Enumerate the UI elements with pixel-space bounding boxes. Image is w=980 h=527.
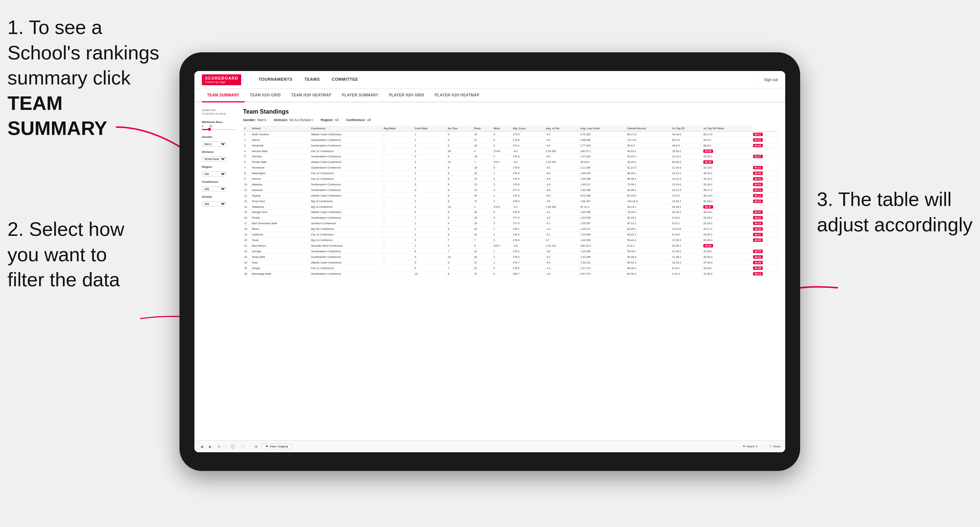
table-cell: -: [382, 260, 413, 265]
table-cell: Big 12 Conference: [310, 204, 382, 210]
table-row: 10AlabamaSoutheastern Conference-5823327…: [243, 182, 778, 187]
table-cell: 14: [243, 204, 250, 210]
table-cell: 0.7: [544, 237, 579, 243]
nav-tournaments[interactable]: TOURNAMENTS: [252, 71, 298, 89]
table-row: 7TennesseeSoutheastern Conference-491862…: [243, 165, 778, 170]
school-select[interactable]: (All): [202, 202, 226, 206]
share-icon: ⇧: [769, 445, 772, 448]
conference-select[interactable]: (All): [202, 187, 226, 191]
table-cell: 24: [243, 260, 250, 265]
tab-team-h2h-heatmap[interactable]: TEAM H2H HEATMAP: [286, 89, 337, 102]
table-cell: 48.27: [752, 232, 778, 237]
table-cell: 5: [447, 143, 473, 148]
table-cell: 23-33-1: [702, 265, 752, 271]
table-cell: 54-4-0: [702, 137, 752, 143]
table-cell: 8: [447, 232, 473, 237]
table-cell: 97-21-1: [579, 204, 626, 210]
table-cell: -: [382, 182, 413, 187]
table-cell: 80.47: [752, 210, 778, 215]
table-cell: Atlantic Coast Conference: [310, 132, 382, 137]
table-cell: Atlantic Coast Conference: [310, 260, 382, 265]
table-cell: East Tennessee State: [250, 221, 310, 226]
table-cell: 7: [243, 165, 250, 170]
table-cell: 4: [492, 215, 512, 221]
table-cell: Southeastern Conference: [310, 187, 382, 193]
tab-team-h2h-grid[interactable]: TEAM H2H GRID: [245, 89, 286, 102]
tab-player-summary[interactable]: PLAYER SUMMARY: [337, 89, 383, 102]
table-cell: 15-32-2: [671, 198, 702, 204]
bottom-toolbar: ◀ ▶ ↻ | 📋 📄 | ⚙ 👁 View: Original 👁 Watch…: [194, 440, 785, 452]
division-select[interactable]: NCAA Division I: [202, 157, 226, 162]
nav-teams[interactable]: TEAMS: [298, 71, 326, 89]
minimum-rou-slider[interactable]: [202, 129, 235, 130]
table-cell: 49-6-0: [671, 143, 702, 148]
table-cell: 31-29-1: [702, 182, 752, 187]
table-cell: 3: [413, 193, 447, 198]
table-cell: 59-39-1: [626, 249, 671, 254]
table-cell: 2: [473, 204, 492, 210]
nav-links: TOURNAMENTS TEAMS COMMITTEE: [252, 71, 758, 89]
table-cell: 274.6: [492, 148, 512, 154]
table-cell: 26: [447, 148, 473, 154]
table-cell: 2: [492, 254, 512, 260]
table-cell: 21: [473, 249, 492, 254]
view-original-button[interactable]: 👁 View: Original: [262, 444, 291, 449]
table-cell: 10: [447, 159, 473, 165]
toolbar-forward[interactable]: ▶: [207, 444, 213, 449]
table-cell: Southern Conference: [310, 221, 382, 226]
table-cell: 2: [413, 170, 447, 176]
school-filter-group: School (All): [202, 195, 235, 206]
toolbar-copy[interactable]: 📋: [229, 444, 236, 449]
table-cell: 279.6: [512, 165, 544, 170]
minimum-rou-filter: Minimum Rou... 4 30: [202, 121, 235, 132]
toolbar-settings[interactable]: ⚙: [253, 444, 259, 449]
table-cell: 23: [473, 176, 492, 182]
table-cell: 5: [243, 154, 250, 160]
table-cell: 23-11-0: [671, 187, 702, 193]
table-cell: -4.6: [544, 176, 579, 182]
table-cell: 273.5: [512, 132, 544, 137]
table-cell: 23-17-1: [702, 226, 752, 232]
eye-icon: 👁: [266, 445, 269, 448]
table-row: 4Arizona StatePac-12 Conference-1264274.…: [243, 148, 778, 154]
table-cell: Oklahoma: [250, 204, 310, 210]
table-cell: 2.77 203: [579, 143, 626, 148]
gender-select[interactable]: Men's: [202, 142, 226, 146]
table-cell: 19: [243, 232, 250, 237]
table-cell: 6: [243, 159, 250, 165]
table-cell: 39-23-1: [702, 176, 752, 182]
table-cell: 39-20-1: [702, 170, 752, 176]
table-cell: 1.55 267: [579, 221, 626, 226]
toolbar-paste[interactable]: 📄: [239, 444, 247, 449]
table-row: 8WashingtonPac-12 Conference-28231276.3-…: [243, 170, 778, 176]
table-row: 22GeorgiaSoutheastern Conference-8721127…: [243, 249, 778, 254]
region-select[interactable]: N/A: [202, 171, 226, 176]
table-cell: 23-23-1: [671, 210, 702, 215]
table-cell: 7: [447, 249, 473, 254]
share-button[interactable]: ⇧ Share: [769, 444, 781, 449]
toolbar-back[interactable]: ◀: [199, 444, 205, 449]
table-cell: 80.14: [752, 193, 778, 198]
tab-player-h2h-heatmap[interactable]: PLAYER H2H HEATMAP: [430, 89, 485, 102]
table-cell: -: [382, 221, 413, 226]
table-row: 24DukeAtlantic Coast Conference-59271279…: [243, 260, 778, 265]
table-cell: 117-4-0: [626, 137, 671, 143]
nav-committee[interactable]: COMMITTEE: [326, 71, 364, 89]
tab-player-h2h-grid[interactable]: PLAYER H2H GRID: [383, 89, 430, 102]
sign-out-link[interactable]: Sign out: [764, 78, 778, 82]
table-cell: 9-14-0: [671, 232, 702, 237]
table-cell: 11-38-2: [671, 254, 702, 260]
table-cell: 9-12-1: [626, 243, 671, 249]
tab-team-summary[interactable]: TEAM SUMMARY: [202, 89, 245, 102]
watch-button[interactable]: 👁 Watch ▾: [743, 444, 757, 449]
table-cell: -: [382, 132, 413, 137]
table-cell: Southeastern Conference: [310, 165, 382, 170]
toolbar-reload[interactable]: ↻: [216, 444, 222, 449]
table-cell: Southeastern Conference: [310, 249, 382, 254]
logo-box: SCOREBOARD Powered by clippi: [202, 75, 241, 86]
table-cell: 8: [243, 170, 250, 176]
table-cell: Georgia Tech: [250, 210, 310, 215]
table-cell: 2.37 262: [579, 154, 626, 160]
table-cell: 46.84: [702, 243, 752, 249]
table-cell: -1.3: [544, 265, 579, 271]
